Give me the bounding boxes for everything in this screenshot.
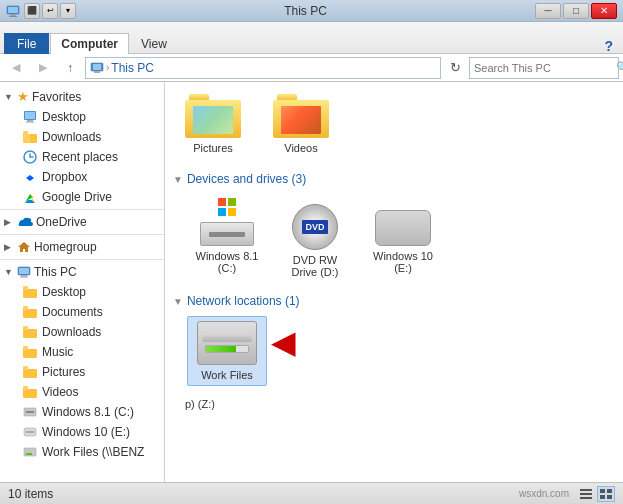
favorites-expand-icon: ▼: [4, 92, 14, 102]
dvd-drive-label: DVD RW Drive (D:): [279, 254, 351, 278]
sidebar-item-recent-places[interactable]: Recent places: [0, 147, 164, 167]
qa-down-btn[interactable]: ▾: [60, 3, 76, 19]
sidebar-pc-c-label: Windows 8.1 (C:): [42, 405, 134, 419]
svg-rect-13: [23, 131, 28, 135]
favorites-section: ▼ ★ Favorites Desktop Downloads: [0, 86, 164, 207]
sidebar-pc-downloads-label: Downloads: [42, 325, 101, 339]
watermark: wsxdn.com: [519, 488, 569, 499]
red-arrow-icon: ◀: [271, 326, 296, 358]
svg-rect-38: [26, 431, 34, 433]
dvd-drive-item[interactable]: DVD DVD RW Drive (D:): [275, 194, 355, 282]
thispc-header[interactable]: ▼ This PC: [0, 262, 164, 282]
homegroup-header[interactable]: ▶ Homegroup: [0, 237, 164, 257]
network-section-header[interactable]: ▼ Network locations (1): [173, 294, 615, 308]
e-drive-label: Windows 10 (E:): [367, 250, 439, 274]
devices-section-header[interactable]: ▼ Devices and drives (3): [173, 172, 615, 186]
svg-rect-47: [580, 497, 592, 499]
tab-file[interactable]: File: [4, 33, 49, 54]
sidebar-pc-pictures-label: Pictures: [42, 365, 85, 379]
up-button[interactable]: ↑: [58, 58, 82, 78]
search-input[interactable]: [470, 62, 616, 74]
main-layout: ▼ ★ Favorites Desktop Downloads: [0, 82, 623, 482]
quick-access-toolbar: ⬛ ↩ ▾: [24, 3, 76, 19]
svg-rect-9: [27, 120, 33, 122]
window-controls: ─ □ ✕: [535, 3, 617, 19]
sidebar-item-pc-work-files[interactable]: Work Files (\\BENZ: [0, 442, 164, 462]
sidebar: ▼ ★ Favorites Desktop Downloads: [0, 82, 165, 482]
pictures-folder-item[interactable]: Pictures: [173, 90, 253, 158]
favorites-header[interactable]: ▼ ★ Favorites: [0, 86, 164, 107]
minimize-button[interactable]: ─: [535, 3, 561, 19]
work-files-item[interactable]: Work Files: [187, 316, 267, 386]
pc-documents-icon: [22, 304, 38, 320]
search-icon[interactable]: 🔍: [616, 58, 623, 78]
status-right: wsxdn.com: [519, 486, 615, 502]
sidebar-item-pc-c-drive[interactable]: Windows 8.1 (C:): [0, 402, 164, 422]
sidebar-item-pc-e-drive[interactable]: Windows 10 (E:): [0, 422, 164, 442]
tab-view[interactable]: View: [130, 33, 178, 54]
help-button[interactable]: ?: [598, 38, 619, 54]
status-bar: 10 items wsxdn.com: [0, 482, 623, 504]
tab-computer[interactable]: Computer: [50, 33, 129, 54]
work-files-row: Work Files ◀: [187, 316, 296, 386]
svg-rect-5: [93, 64, 101, 70]
svg-rect-34: [23, 386, 28, 390]
forward-button[interactable]: ▶: [31, 58, 55, 78]
dvd-drive-icon: DVD: [285, 198, 345, 250]
svg-rect-49: [607, 489, 612, 493]
videos-folder-icon: [273, 94, 329, 138]
svg-rect-21: [21, 275, 27, 277]
videos-folder-item[interactable]: Videos: [261, 90, 341, 158]
svg-rect-30: [23, 346, 28, 350]
devices-title: Devices and drives (3): [187, 172, 306, 186]
sidebar-pc-music-label: Music: [42, 345, 73, 359]
back-button[interactable]: ◀: [4, 58, 28, 78]
svg-marker-15: [26, 172, 34, 181]
sidebar-item-pc-documents[interactable]: Documents: [0, 302, 164, 322]
sidebar-item-dropbox[interactable]: Dropbox: [0, 167, 164, 187]
sidebar-pc-workfiles-label: Work Files (\\BENZ: [42, 445, 144, 459]
breadcrumb-thispc[interactable]: This PC: [111, 61, 154, 75]
pc-desktop-icon: [22, 284, 38, 300]
title-bar-left: ⬛ ↩ ▾: [6, 3, 76, 19]
maximize-button[interactable]: □: [563, 3, 589, 19]
qa-properties-btn[interactable]: ⬛: [24, 3, 40, 19]
ribbon-tabs: File Computer View ?: [0, 22, 623, 54]
svg-rect-36: [26, 411, 34, 413]
large-icons-view-button[interactable]: [597, 486, 615, 502]
sidebar-pc-documents-label: Documents: [42, 305, 103, 319]
svg-rect-12: [23, 134, 30, 143]
sidebar-item-google-drive[interactable]: Google Drive: [0, 187, 164, 207]
sidebar-item-pc-videos[interactable]: Videos: [0, 382, 164, 402]
svg-rect-23: [23, 289, 37, 298]
window-title: This PC: [284, 4, 327, 18]
c-drive-item[interactable]: Windows 8.1 (C:): [187, 194, 267, 282]
sidebar-recent-label: Recent places: [42, 150, 118, 164]
onedrive-header[interactable]: ▶ OneDrive: [0, 212, 164, 232]
sidebar-desktop-label: Desktop: [42, 110, 86, 124]
sidebar-dropbox-label: Dropbox: [42, 170, 87, 184]
drives-grid: Windows 8.1 (C:) DVD DVD RW Drive (D:): [173, 194, 615, 282]
z-drive-label[interactable]: p) (Z:): [185, 398, 615, 410]
sidebar-item-pc-music[interactable]: Music: [0, 342, 164, 362]
svg-rect-6: [94, 71, 100, 73]
network-expand-icon: ▼: [173, 296, 183, 307]
sidebar-item-pc-desktop[interactable]: Desktop: [0, 282, 164, 302]
refresh-button[interactable]: ↻: [444, 58, 466, 78]
qa-undo-btn[interactable]: ↩: [42, 3, 58, 19]
view-buttons: [577, 486, 615, 502]
pictures-folder-icon: [185, 94, 241, 138]
thispc-section: ▼ This PC Desktop Documents: [0, 262, 164, 462]
e-drive-item[interactable]: Windows 10 (E:): [363, 194, 443, 282]
c-drive-label: Windows 8.1 (C:): [191, 250, 263, 274]
sidebar-item-pc-pictures[interactable]: Pictures: [0, 362, 164, 382]
e-drive-icon: [373, 198, 433, 246]
svg-rect-41: [218, 198, 226, 206]
close-button[interactable]: ✕: [591, 3, 617, 19]
sidebar-item-desktop[interactable]: Desktop: [0, 107, 164, 127]
list-view-button[interactable]: [577, 486, 595, 502]
sidebar-item-pc-downloads[interactable]: Downloads: [0, 322, 164, 342]
svg-rect-22: [20, 277, 28, 278]
svg-rect-28: [23, 326, 28, 330]
sidebar-item-downloads[interactable]: Downloads: [0, 127, 164, 147]
